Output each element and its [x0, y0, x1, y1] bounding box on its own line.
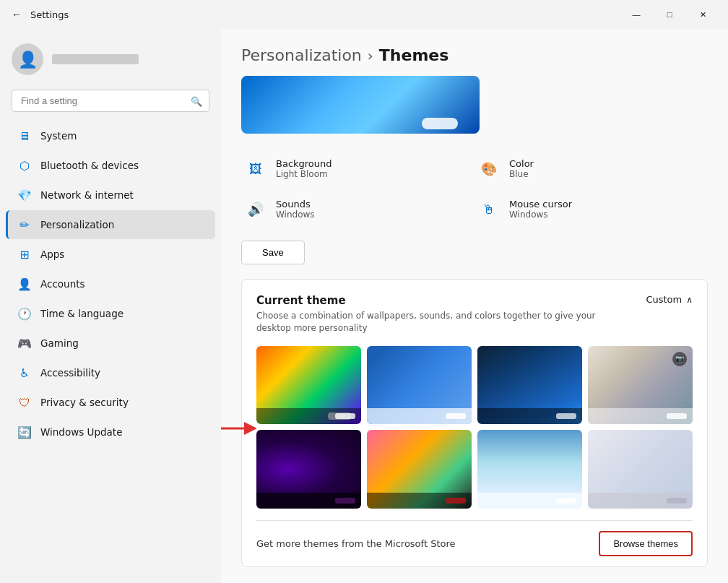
- sidebar-item-network[interactable]: 💎 Network & internet: [6, 181, 215, 210]
- sidebar-item-gaming[interactable]: 🎮 Gaming: [6, 329, 215, 358]
- prop-color-value: Blue: [509, 169, 534, 179]
- avatar: 👤: [12, 43, 43, 75]
- badge-label: Custom: [646, 294, 682, 305]
- sidebar-item-personalization[interactable]: ✏️ Personalization: [6, 210, 215, 239]
- system-icon: 🖥: [17, 129, 32, 143]
- accessibility-icon: ♿: [17, 366, 32, 380]
- sidebar-item-label: Windows Update: [40, 426, 122, 438]
- accounts-icon: 👤: [17, 277, 32, 291]
- sidebar-item-bluetooth[interactable]: ⬡ Bluetooth & devices: [6, 151, 215, 180]
- prop-background-info: Background Light Bloom: [276, 158, 332, 179]
- mouse-icon: 🖱: [477, 197, 500, 220]
- current-theme-info: Current theme Choose a combination of wa…: [256, 294, 603, 334]
- search-icon: 🔍: [191, 95, 202, 106]
- prop-background-label: Background: [276, 158, 332, 169]
- themes-grid: 📷: [256, 346, 693, 509]
- sidebar-item-apps[interactable]: ⊞ Apps: [6, 240, 215, 269]
- red-arrow: [221, 420, 256, 437]
- sidebar-item-accounts[interactable]: 👤 Accounts: [6, 269, 215, 298]
- close-button[interactable]: ✕: [686, 4, 719, 25]
- theme-preview: [241, 76, 480, 134]
- network-icon: 💎: [17, 188, 32, 202]
- themes-grid-wrapper: 📷: [256, 346, 693, 509]
- back-button[interactable]: ←: [12, 9, 22, 20]
- browse-themes-button[interactable]: Browse themes: [599, 531, 693, 556]
- preview-taskbar: [422, 118, 458, 129]
- sidebar-item-accessibility[interactable]: ♿ Accessibility: [6, 358, 215, 387]
- main-content: Personalization › Themes 🖼 Background Li…: [221, 29, 728, 583]
- current-theme-title: Current theme: [256, 294, 603, 307]
- sidebar-item-label: Network & internet: [40, 189, 134, 201]
- prop-mouse[interactable]: 🖱 Mouse cursor Windows: [474, 189, 708, 229]
- theme-thumb-windows11-light[interactable]: [367, 346, 472, 425]
- prop-sounds[interactable]: 🔊 Sounds Windows: [241, 189, 474, 229]
- prop-color[interactable]: 🎨 Color Blue: [474, 148, 708, 189]
- chevron-up-icon: ∧: [686, 295, 693, 305]
- titlebar-left: ← Settings: [12, 9, 69, 20]
- sidebar-item-label: Privacy & security: [40, 397, 129, 408]
- minimize-button[interactable]: —: [620, 4, 653, 25]
- theme-thumb-nature[interactable]: 📷: [588, 346, 693, 425]
- gaming-icon: 🎮: [17, 336, 32, 350]
- prop-sounds-info: Sounds Windows: [276, 199, 315, 220]
- sidebar-item-label: Time & language: [40, 308, 124, 319]
- prop-color-info: Color Blue: [509, 158, 534, 179]
- search-input[interactable]: [12, 90, 209, 112]
- prop-background[interactable]: 🖼 Background Light Bloom: [241, 148, 474, 189]
- background-icon: 🖼: [244, 157, 267, 180]
- sidebar-item-label: Accounts: [40, 278, 85, 290]
- breadcrumb-current: Themes: [379, 46, 449, 64]
- prop-sounds-value: Windows: [276, 210, 315, 220]
- app-title: Settings: [30, 9, 69, 20]
- privacy-icon: 🛡: [17, 395, 32, 410]
- sidebar-item-system[interactable]: 🖥 System: [6, 121, 215, 150]
- sidebar: 👤 🔍 🖥 System ⬡ Bluetooth & devices 💎 Net…: [0, 29, 221, 583]
- sidebar-item-update[interactable]: 🔄 Windows Update: [6, 418, 215, 446]
- theme-thumb-windows11-dark[interactable]: [477, 346, 582, 425]
- theme-thumb-dark1[interactable]: [256, 430, 361, 509]
- prop-mouse-label: Mouse cursor: [509, 199, 572, 210]
- current-theme-desc: Choose a combination of wallpapers, soun…: [256, 310, 603, 334]
- sidebar-item-label: Accessibility: [40, 367, 100, 379]
- sidebar-item-label: Gaming: [40, 337, 79, 349]
- sidebar-item-time[interactable]: 🕐 Time & language: [6, 299, 215, 328]
- theme-thumb-sky[interactable]: [477, 430, 582, 509]
- theme-thumb-floral[interactable]: [367, 430, 472, 509]
- prop-sounds-label: Sounds: [276, 199, 315, 210]
- sidebar-item-label: Bluetooth & devices: [40, 160, 139, 171]
- get-themes-text: Get more themes from the Microsoft Store: [256, 538, 456, 549]
- user-section: 👤: [0, 38, 221, 87]
- theme-thumb-minimal[interactable]: [588, 430, 693, 509]
- theme-thumb-colorful[interactable]: [256, 346, 361, 425]
- prop-mouse-value: Windows: [509, 210, 572, 220]
- time-icon: 🕐: [17, 306, 32, 321]
- current-theme-section: Current theme Choose a combination of wa…: [241, 279, 708, 567]
- app-container: 👤 🔍 🖥 System ⬡ Bluetooth & devices 💎 Net…: [0, 29, 728, 583]
- sidebar-item-label: Personalization: [40, 219, 114, 230]
- props-grid: 🖼 Background Light Bloom 🎨 Color Blue 🔊 …: [241, 148, 708, 229]
- sidebar-item-label: System: [40, 130, 77, 142]
- sidebar-item-label: Apps: [40, 249, 64, 260]
- camera-icon: 📷: [672, 352, 687, 366]
- color-icon: 🎨: [477, 157, 500, 180]
- current-theme-header: Current theme Choose a combination of wa…: [256, 294, 693, 334]
- current-theme-badge[interactable]: Custom ∧: [646, 294, 693, 305]
- nav-list: 🖥 System ⬡ Bluetooth & devices 💎 Network…: [0, 121, 221, 447]
- save-button[interactable]: Save: [241, 241, 305, 264]
- breadcrumb-separator: ›: [368, 47, 373, 64]
- sidebar-item-privacy[interactable]: 🛡 Privacy & security: [6, 388, 215, 417]
- personalization-icon: ✏️: [17, 217, 32, 232]
- apps-icon: ⊞: [17, 247, 32, 262]
- breadcrumb-parent: Personalization: [241, 46, 362, 64]
- prop-color-label: Color: [509, 158, 534, 169]
- titlebar-controls: — □ ✕: [620, 4, 719, 25]
- titlebar: ← Settings — □ ✕: [0, 0, 728, 29]
- sounds-icon: 🔊: [244, 197, 267, 220]
- prop-background-value: Light Bloom: [276, 169, 332, 179]
- breadcrumb: Personalization › Themes: [241, 29, 708, 76]
- maximize-button[interactable]: □: [653, 4, 686, 25]
- bluetooth-icon: ⬡: [17, 158, 32, 173]
- search-box: 🔍: [12, 90, 209, 112]
- prop-mouse-info: Mouse cursor Windows: [509, 199, 572, 220]
- get-themes-bar: Get more themes from the Microsoft Store…: [256, 520, 693, 566]
